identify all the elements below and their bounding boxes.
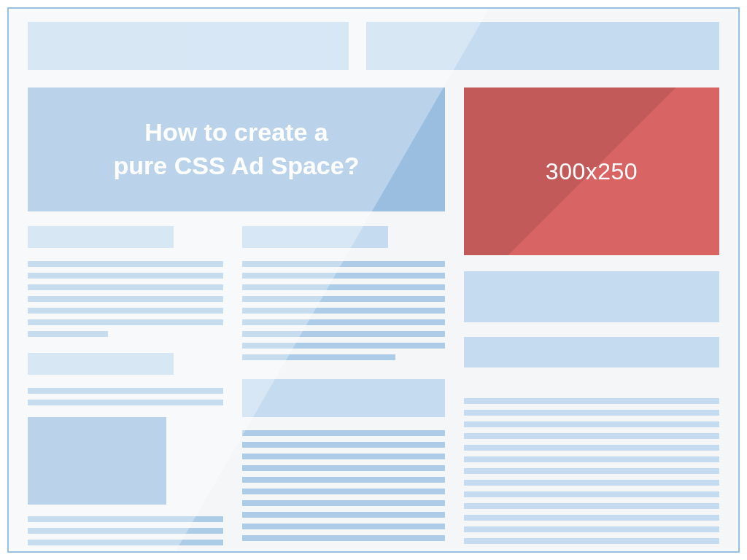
article-1-line <box>28 273 223 279</box>
sidebar-line <box>464 398 719 404</box>
top-banner-right <box>366 22 719 70</box>
sidebar-line <box>464 515 719 521</box>
article-1-line-short <box>28 331 108 337</box>
sidebar-line <box>464 526 719 532</box>
sidebar-line <box>464 456 719 462</box>
article-1c-line <box>28 516 223 522</box>
article-2b-line <box>242 500 445 506</box>
article-2b-line <box>242 454 445 459</box>
article-2-title-bar <box>242 226 388 248</box>
article-1-image <box>28 417 166 505</box>
article-2b-line <box>242 477 445 483</box>
article-1-line <box>28 296 223 302</box>
sidebar-line <box>464 503 719 509</box>
article-2b-line <box>242 524 445 529</box>
article-2-line <box>242 261 445 267</box>
article-1-line <box>28 284 223 290</box>
wireframe-frame: How to create a pure CSS Ad Space? 300x2… <box>7 7 740 553</box>
hero-block: How to create a pure CSS Ad Space? <box>28 88 445 211</box>
sidebar-panel-1 <box>464 271 719 322</box>
article-1-line <box>28 308 223 314</box>
sidebar-line <box>464 468 719 474</box>
sidebar-panel-2 <box>464 337 719 368</box>
article-1c-line <box>28 528 223 534</box>
article-2b-line <box>242 489 445 494</box>
article-1b-title-bar <box>28 353 174 375</box>
article-2b-line <box>242 465 445 471</box>
article-2b-line <box>242 535 445 541</box>
sidebar-line <box>464 410 719 416</box>
article-2b-line <box>242 512 445 518</box>
article-2-line <box>242 308 445 314</box>
sidebar-line <box>464 491 719 497</box>
ad-slot-300x250[interactable]: 300x250 <box>464 88 719 255</box>
article-2-line <box>242 296 445 302</box>
article-1-line <box>28 319 223 325</box>
article-2-line <box>242 273 445 279</box>
article-1-line <box>28 261 223 267</box>
article-2-line <box>242 319 445 325</box>
hero-line-2: pure CSS Ad Space? <box>114 152 360 179</box>
sidebar-line <box>464 445 719 451</box>
article-1c-line <box>28 540 223 545</box>
article-2-line-short <box>242 354 395 360</box>
sidebar-line <box>464 421 719 427</box>
article-1b-line <box>28 400 223 405</box>
article-2b-line <box>242 430 445 436</box>
article-1b-line <box>28 388 223 394</box>
top-banner-left <box>28 22 349 70</box>
article-2-line <box>242 331 445 337</box>
hero-text: How to create a pure CSS Ad Space? <box>114 116 360 183</box>
sidebar-line <box>464 538 719 544</box>
ad-size-label: 300x250 <box>464 88 719 255</box>
article-2b-line <box>242 442 445 448</box>
hero-line-1: How to create a <box>144 118 328 146</box>
sidebar-line <box>464 433 719 439</box>
article-1-title-bar <box>28 226 174 248</box>
article-2-line <box>242 284 445 290</box>
article-2b-title-bar <box>242 379 445 417</box>
article-2-line <box>242 343 445 349</box>
sidebar-line <box>464 480 719 486</box>
